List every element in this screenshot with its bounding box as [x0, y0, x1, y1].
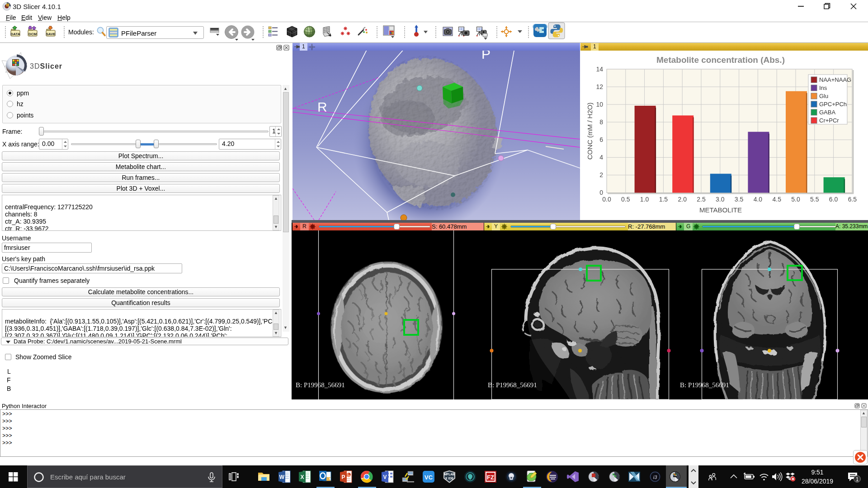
svg-text:1: 1 [856, 476, 859, 483]
svg-text:W: W [279, 474, 285, 480]
svg-text:GPC+PCh: GPC+PCh [819, 101, 847, 108]
svg-text:Glu: Glu [819, 93, 828, 99]
svg-text:i3: i3 [653, 474, 657, 480]
svg-text:B: P19968_56691: B: P19968_56691 [296, 381, 345, 389]
svg-text:2.5: 2.5 [697, 196, 706, 203]
svg-text:Metabolite concentration (Abs.: Metabolite concentration (Abs.) [656, 55, 785, 65]
svg-text:14: 14 [596, 66, 603, 73]
svg-text:0: 0 [599, 189, 603, 196]
svg-text:0.5: 0.5 [621, 196, 630, 203]
svg-text:6.5: 6.5 [848, 196, 857, 203]
svg-text:Ins: Ins [819, 84, 827, 91]
svg-text:4.0: 4.0 [754, 196, 763, 203]
svg-text:B: P19968_56691: B: P19968_56691 [488, 381, 537, 389]
svg-text:2.0: 2.0 [678, 196, 687, 203]
svg-text:3.0: 3.0 [716, 196, 725, 203]
svg-text:P: P [341, 474, 345, 480]
svg-text:MPLAB: MPLAB [444, 473, 454, 476]
svg-text:5.5: 5.5 [810, 196, 819, 203]
svg-text:Cr+PCr: Cr+PCr [819, 117, 839, 124]
svg-text:METABOLITE: METABOLITE [699, 206, 742, 214]
svg-text:1.5: 1.5 [659, 196, 668, 203]
svg-text:12: 12 [596, 83, 603, 90]
svg-text:CONC (mM / H2O): CONC (mM / H2O) [586, 103, 594, 160]
svg-text:0.0: 0.0 [602, 196, 611, 203]
svg-text:DCM: DCM [28, 32, 37, 36]
svg-text:VC: VC [425, 474, 433, 481]
svg-text:SAVE: SAVE [46, 32, 56, 36]
svg-text:P: P [481, 51, 491, 61]
svg-text:5.0: 5.0 [791, 196, 800, 203]
svg-text:6.0: 6.0 [829, 196, 838, 203]
svg-text:6: 6 [599, 136, 603, 143]
svg-text:X IDE: X IDE [445, 477, 454, 480]
svg-text:FZ: FZ [487, 474, 494, 481]
svg-text:10: 10 [596, 101, 603, 108]
svg-text:X: X [300, 474, 304, 480]
svg-text:2: 2 [599, 171, 603, 178]
svg-text:R: R [317, 99, 327, 114]
svg-text:4.5: 4.5 [772, 196, 781, 203]
svg-text:V: V [383, 474, 387, 480]
svg-text:GABA: GABA [819, 109, 835, 116]
svg-text:8: 8 [599, 118, 603, 126]
svg-text:1.0: 1.0 [640, 196, 649, 203]
svg-text:3.5: 3.5 [735, 196, 744, 203]
svg-text:DATA: DATA [10, 32, 20, 36]
svg-text:B: P19968_56691: B: P19968_56691 [680, 381, 729, 389]
svg-text:4: 4 [599, 154, 603, 161]
svg-text:NAA+NAAG: NAA+NAAG [819, 76, 851, 83]
